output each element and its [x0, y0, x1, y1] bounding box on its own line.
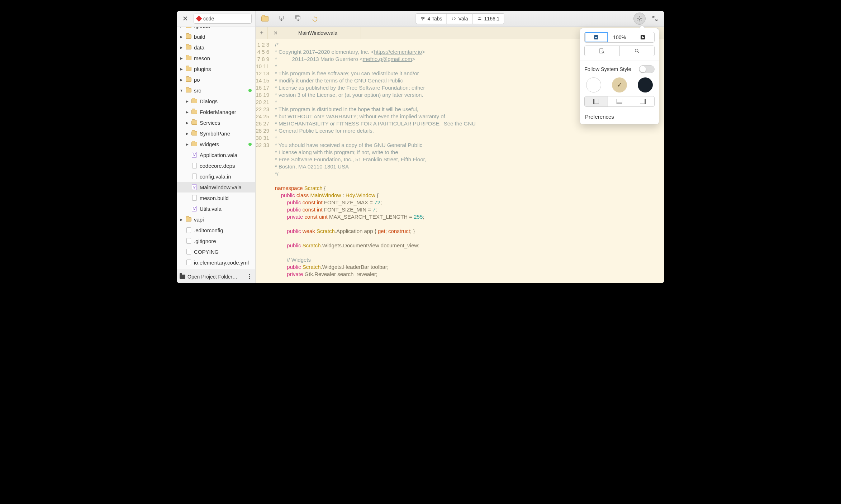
- tree-row-io-elementary-code-yml[interactable]: ▶io.elementary.code.yml: [177, 257, 255, 268]
- chevron-icon[interactable]: ▶: [185, 132, 189, 135]
- open-folder-button[interactable]: [259, 13, 271, 24]
- language-segment[interactable]: Vala: [447, 13, 473, 24]
- new-tab-button[interactable]: ＋: [256, 27, 268, 39]
- tree-row--github[interactable]: ▶.github: [177, 27, 255, 31]
- tree-item-label: plugins: [194, 66, 252, 72]
- changed-dot-icon: [248, 89, 252, 92]
- tree-item-label: Widgets: [200, 141, 246, 147]
- layout-sidebar-right-button[interactable]: [631, 96, 654, 106]
- theme-dark-button[interactable]: [638, 77, 653, 92]
- chevron-icon[interactable]: ▶: [185, 142, 189, 146]
- save-all-button[interactable]: [292, 13, 304, 24]
- tabs-segment[interactable]: 4 Tabs: [416, 13, 447, 24]
- zoom-level-label[interactable]: 100%: [608, 32, 631, 42]
- find-replace-button[interactable]: [585, 46, 619, 56]
- tree-row-meson-build[interactable]: ▶meson.build: [177, 192, 255, 203]
- tree-item-label: SymbolPane: [200, 130, 252, 137]
- chevron-icon[interactable]: ▶: [185, 99, 189, 103]
- save-button[interactable]: [276, 13, 287, 24]
- folder-icon: [191, 110, 198, 114]
- preferences-menu-item[interactable]: Preferences: [580, 110, 659, 123]
- sidebar-footer: Open Project Folder… ⋮: [177, 270, 255, 283]
- project-location-label: code: [203, 16, 214, 22]
- zoom-in-button[interactable]: [631, 32, 654, 42]
- folder-icon: [185, 45, 192, 49]
- settings-gear-button[interactable]: [633, 13, 646, 25]
- tree-row-mainwindow-vala[interactable]: ▶VMainWindow.vala: [177, 182, 255, 192]
- tree-item-label: COPYING: [194, 249, 252, 255]
- tree-row-dialogs[interactable]: ▶Dialogs: [177, 96, 255, 106]
- tree-row-application-vala[interactable]: ▶VApplication.vala: [177, 149, 255, 160]
- tree-row-plugins[interactable]: ▶plugins: [177, 63, 255, 74]
- undo-button[interactable]: [309, 13, 320, 24]
- tab-mainwindow[interactable]: ✕ MainWindow.vala: [268, 27, 361, 39]
- tree-row-symbolpane[interactable]: ▶SymbolPane: [177, 128, 255, 139]
- svg-point-5: [422, 19, 423, 20]
- app-window: ✕ code ▶.github▶build▶data▶meson▶plugins…: [177, 11, 664, 283]
- tree-row-build[interactable]: ▶build: [177, 31, 255, 42]
- tree-item-label: .gitignore: [194, 238, 252, 244]
- headerbar: 4 Tabs Vala 1166.1: [256, 11, 664, 27]
- tree-row-config-vala-in[interactable]: ▶config.vala.in: [177, 171, 255, 182]
- theme-sepia-button[interactable]: ✓: [612, 77, 627, 92]
- follow-system-style-switch[interactable]: [639, 65, 655, 73]
- tree-row--gitignore[interactable]: ▶.gitignore: [177, 236, 255, 246]
- chevron-icon[interactable]: ▶: [180, 27, 183, 28]
- project-location-chip[interactable]: code: [194, 14, 252, 24]
- layout-selector: [584, 96, 655, 107]
- tree-item-label: data: [194, 44, 252, 51]
- search-button[interactable]: [619, 46, 655, 56]
- line-gutter: 1 2 3 4 5 6 7 8 9 10 11 12 13 14 15 16 1…: [256, 39, 273, 283]
- tree-row-foldermanager[interactable]: ▶FolderManager: [177, 106, 255, 117]
- tree-row-codecore-deps[interactable]: ▶codecore.deps: [177, 160, 255, 171]
- tree-row-utils-vala[interactable]: ▶VUtils.vala: [177, 203, 255, 214]
- chevron-icon[interactable]: ▼: [180, 89, 183, 92]
- chevron-icon[interactable]: ▶: [185, 121, 189, 125]
- open-folder-label[interactable]: Open Project Folder…: [187, 274, 237, 280]
- tab-close-button[interactable]: ✕: [274, 30, 278, 36]
- chevron-icon[interactable]: ▶: [180, 56, 183, 60]
- zoom-out-button[interactable]: [585, 32, 608, 42]
- vala-file-icon: V: [191, 152, 198, 158]
- tree-item-label: src: [194, 87, 246, 94]
- fullscreen-button[interactable]: [649, 13, 661, 24]
- tree-row--editorconfig[interactable]: ▶.editorconfig: [177, 225, 255, 236]
- theme-light-button[interactable]: [586, 77, 601, 92]
- chevron-icon[interactable]: ▶: [180, 218, 183, 222]
- tree-row-data[interactable]: ▶data: [177, 42, 255, 53]
- tree-row-services[interactable]: ▶Services: [177, 117, 255, 128]
- settings-popover: 100% Follow System Style: [580, 28, 659, 124]
- layout-panel-bottom-button[interactable]: [608, 96, 631, 106]
- chevron-icon[interactable]: ▶: [180, 46, 183, 49]
- chevron-icon[interactable]: ▶: [180, 78, 183, 82]
- tree-item-label: vapi: [194, 217, 252, 223]
- tree-row-meson[interactable]: ▶meson: [177, 53, 255, 63]
- sidebar-more-button[interactable]: ⋮: [247, 273, 252, 280]
- svg-point-16: [635, 49, 638, 52]
- tree-item-label: build: [194, 34, 252, 40]
- file-tree[interactable]: ▶.github▶build▶data▶meson▶plugins▶po▼src…: [177, 27, 255, 270]
- tree-item-label: MainWindow.vala: [200, 184, 252, 190]
- file-icon: [185, 260, 192, 265]
- tree-item-label: FolderManager: [200, 109, 252, 115]
- folder-icon: [191, 131, 198, 135]
- language-segment-label: Vala: [458, 16, 468, 22]
- chevron-icon[interactable]: ▶: [180, 35, 183, 39]
- open-folder-icon: [180, 275, 185, 279]
- sidebar-close-button[interactable]: ✕: [180, 13, 190, 24]
- tree-item-label: codecore.deps: [200, 163, 252, 169]
- tree-row-copying[interactable]: ▶COPYING: [177, 246, 255, 257]
- linecol-segment[interactable]: 1166.1: [473, 13, 504, 24]
- chevron-icon[interactable]: ▶: [185, 110, 189, 114]
- tree-item-label: config.vala.in: [200, 173, 252, 180]
- tree-item-label: Application.vala: [200, 152, 252, 158]
- chevron-icon[interactable]: ▶: [180, 67, 183, 71]
- svg-rect-22: [644, 99, 646, 104]
- folder-icon: [185, 217, 192, 222]
- layout-sidebar-left-button[interactable]: [585, 96, 608, 106]
- svg-rect-10: [595, 37, 597, 38]
- tree-row-src[interactable]: ▼src: [177, 85, 255, 96]
- tree-row-vapi[interactable]: ▶vapi: [177, 214, 255, 225]
- tree-row-widgets[interactable]: ▶Widgets: [177, 139, 255, 149]
- tree-row-po[interactable]: ▶po: [177, 74, 255, 85]
